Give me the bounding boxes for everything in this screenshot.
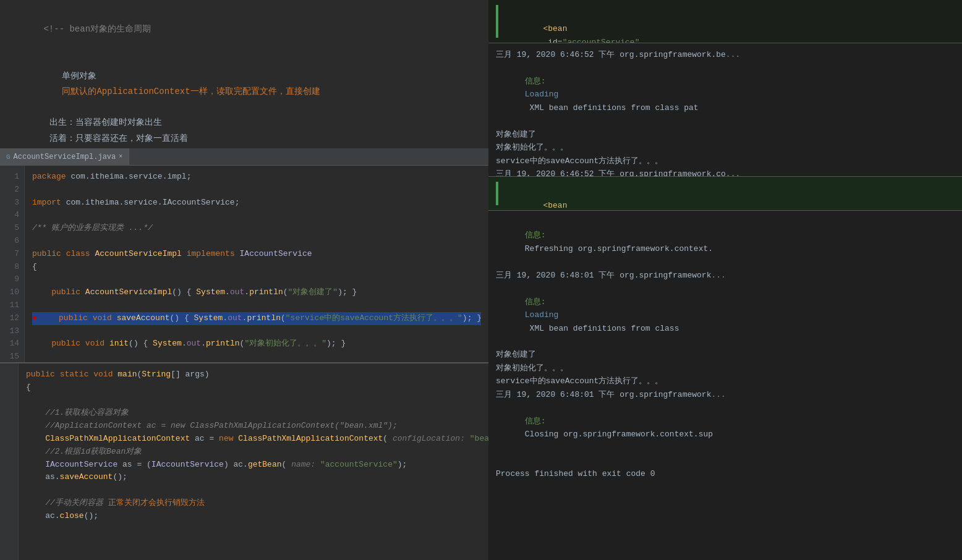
con-line-2: 信息: Loading XML bean definitions from cl… bbox=[496, 61, 955, 127]
main-ac-new: ClassPathXmlApplicationContext ac = new … bbox=[26, 433, 488, 446]
xml-bean-line-2: <bean id="accountService" class="com.ith… bbox=[504, 185, 794, 211]
code-line-15 bbox=[32, 350, 481, 362]
code-line-8: { bbox=[32, 261, 481, 274]
line-num-6: 6 bbox=[2, 235, 19, 248]
con2-line-7: 三月 19, 2020 6:48:01 下午 org.springframewo… bbox=[496, 388, 955, 401]
code-line-13 bbox=[32, 325, 481, 338]
con-exit-0-bottom: Process finished with exit code 0 bbox=[496, 467, 955, 480]
line-num-8: 8 bbox=[2, 261, 19, 274]
line-num-15: 15 bbox=[2, 350, 19, 362]
con2-line-9 bbox=[496, 454, 955, 467]
notes-comment: <!-- bean对象的生命周期 bbox=[12, 6, 476, 53]
tab-filename: AccountServiceImpl.java bbox=[14, 153, 116, 161]
line-num-3: 3 bbox=[2, 197, 19, 210]
line-num-14: 14 bbox=[2, 337, 19, 350]
notes-section: <!-- bean对象的生命周期 单例对象 同默认的ApplicationCon… bbox=[0, 0, 488, 148]
tab-close-button[interactable]: × bbox=[119, 153, 122, 160]
code-line-7: public class AccountServiceImpl implemen… bbox=[32, 248, 481, 261]
bottom-line-numbers bbox=[0, 363, 19, 560]
con-line-6: 三月 19, 2020 6:46:52 下午 org.springframewo… bbox=[496, 168, 955, 176]
line-num-13: 13 bbox=[2, 325, 19, 338]
xml-bean-line: <bean id="accountService" class="com.ith… bbox=[504, 9, 794, 43]
notes-singleton-label: 单例对象 同默认的ApplicationContext一样，读取完配置文件，直接… bbox=[12, 53, 476, 116]
tab-accountserviceimpl[interactable]: G AccountServiceImpl.java × bbox=[0, 148, 129, 166]
right-panel: <bean id="accountService" class="com.ith… bbox=[488, 0, 962, 560]
con2-line-5: 对象初始化了。。。 bbox=[496, 362, 955, 375]
notes-singleton-alive: 活着：只要容器还在，对象一直活着 bbox=[12, 131, 476, 146]
con-line-1: 三月 19, 2020 6:46:52 下午 org.springframewo… bbox=[496, 48, 955, 61]
line-num-7: 7 bbox=[2, 248, 19, 261]
xml-config-bottom-content: <bean id="accountService" class="com.ith… bbox=[498, 182, 800, 205]
main-blank-2 bbox=[26, 484, 488, 497]
xml-config-top-content: <bean id="accountService" class="com.ith… bbox=[498, 5, 800, 38]
line-num-4: 4 bbox=[2, 209, 19, 222]
line-num-5: 5 bbox=[2, 222, 19, 235]
xml-config-bottom: <bean id="accountService" class="com.ith… bbox=[488, 177, 962, 211]
con2-line-3: 信息: Loading XML bean definitions from cl… bbox=[496, 282, 955, 348]
code-line-2 bbox=[32, 184, 481, 197]
line-num-12: 12 bbox=[2, 312, 19, 325]
code-content: package com.itheima.service.impl; import… bbox=[25, 166, 488, 362]
code-line-1: package com.itheima.service.impl; bbox=[32, 171, 481, 184]
main-comment-1: //1.获取核心容器对象 bbox=[26, 407, 488, 420]
line-num-10: 10 bbox=[2, 286, 19, 299]
con2-line-6: service中的saveAccount方法执行了。。。 bbox=[496, 375, 955, 388]
code-line-5: /** 账户的业务层实现类 ...*/ bbox=[32, 222, 481, 235]
code-editor: 1 2 3 4 5 6 7 8 9 10 11 12 13 14 15 16 1… bbox=[0, 166, 488, 362]
con2-line-2: 三月 19, 2020 6:48:01 下午 org.springframewo… bbox=[496, 269, 955, 282]
console-output-top: 三月 19, 2020 6:46:52 下午 org.springframewo… bbox=[488, 43, 962, 176]
con2-line-8: 信息: Closing org.springframework.context.… bbox=[496, 401, 955, 454]
code-line-4 bbox=[32, 209, 481, 222]
con-line-5: service中的saveAccount方法执行了。。。 bbox=[496, 155, 955, 168]
left-panel: <!-- bean对象的生命周期 单例对象 同默认的ApplicationCon… bbox=[0, 0, 488, 560]
line-num-2: 2 bbox=[2, 184, 19, 197]
code-line-11 bbox=[32, 299, 481, 312]
code-line-9 bbox=[32, 273, 481, 286]
bottom-code-content: public static void main(String[] args) {… bbox=[19, 363, 488, 560]
line-num-9: 9 bbox=[2, 273, 19, 286]
main-getbean: IAccountService as = (IAccountService) a… bbox=[26, 459, 488, 472]
main-saveaccount: as.saveAccount(); bbox=[26, 471, 488, 484]
con2-line-4: 对象创建了 bbox=[496, 348, 955, 361]
con-line-4: 对象初始化了。。。 bbox=[496, 141, 955, 154]
main-method-sig: public static void main(String[] args) bbox=[26, 368, 488, 381]
main-close: ac.close(); bbox=[26, 510, 488, 523]
line-num-1: 1 bbox=[2, 171, 19, 184]
file-icon: G bbox=[6, 153, 11, 161]
console-output-bottom: 信息: Refreshing org.springframework.conte… bbox=[488, 211, 962, 560]
notes-singleton-birth: 出生：当容器创建时对象出生 bbox=[12, 115, 476, 130]
tab-bar: G AccountServiceImpl.java × bbox=[0, 148, 488, 166]
code-line-6 bbox=[32, 235, 481, 248]
con-line-3: 对象创建了 bbox=[496, 128, 955, 141]
main-comment-close: //手动关闭容器 正常关闭才会执行销毁方法 bbox=[26, 497, 488, 510]
code-line-12: ● public void saveAccount() { System.out… bbox=[32, 312, 481, 325]
code-line-10: public AccountServiceImpl() { System.out… bbox=[32, 286, 481, 299]
con2-line-1: 信息: Refreshing org.springframework.conte… bbox=[496, 216, 955, 269]
line-numbers: 1 2 3 4 5 6 7 8 9 10 11 12 13 14 15 16 1… bbox=[0, 166, 25, 362]
line-num-11: 11 bbox=[2, 299, 19, 312]
code-line-14: public void init() { System.out.println(… bbox=[32, 337, 481, 350]
code-line-3: import com.itheima.service.IAccountServi… bbox=[32, 197, 481, 210]
xml-config-top: <bean id="accountService" class="com.ith… bbox=[488, 0, 962, 43]
main-blank-1 bbox=[26, 394, 488, 407]
bottom-code-panel: public static void main(String[] args) {… bbox=[0, 362, 488, 560]
main-comment-3: //2.根据id获取Bean对象 bbox=[26, 446, 488, 459]
main-open-brace: { bbox=[26, 381, 488, 394]
main-comment-2: //ApplicationContext ac = new ClassPathX… bbox=[26, 420, 488, 433]
